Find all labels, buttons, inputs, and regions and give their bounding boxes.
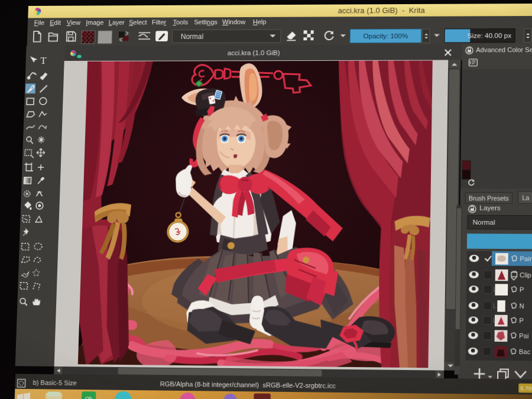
svg-text:T: T (40, 55, 47, 66)
